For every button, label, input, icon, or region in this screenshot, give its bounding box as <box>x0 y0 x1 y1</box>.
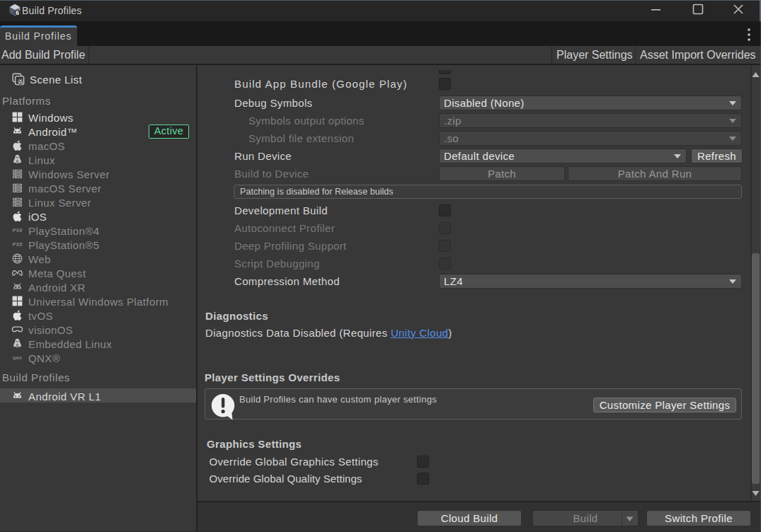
svg-text:QNX: QNX <box>13 355 23 359</box>
svg-text:PS4: PS4 <box>13 228 23 233</box>
svg-text:6: 6 <box>16 9 19 16</box>
svg-text:PS5: PS5 <box>13 242 23 247</box>
